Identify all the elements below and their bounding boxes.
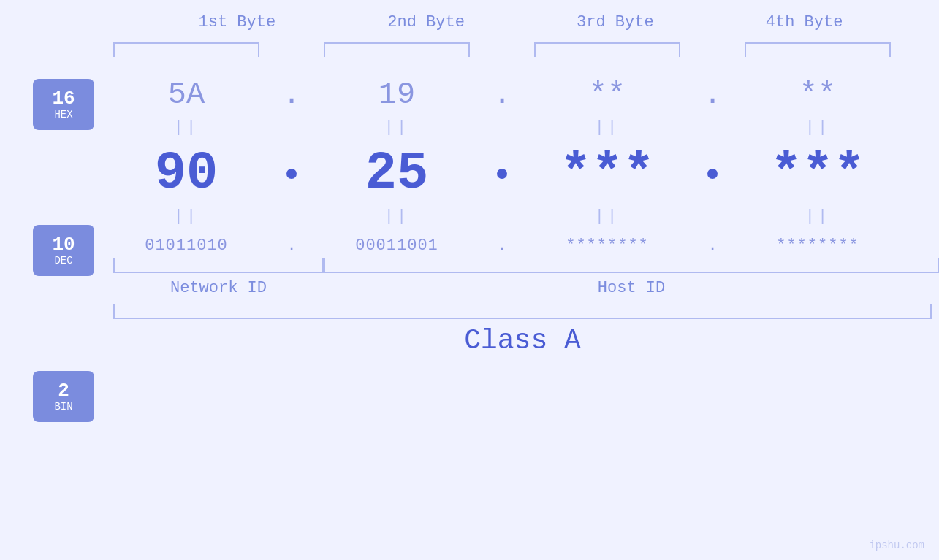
- dec-base-num: 10: [52, 234, 75, 256]
- byte-header-1: 1st Byte: [142, 13, 332, 31]
- byte-header-3: 3rd Byte: [521, 13, 710, 31]
- bin-byte2: 00011001: [324, 237, 470, 255]
- bracket-2: [324, 42, 470, 57]
- data-grid: 5A . 19 . ** . ** || || || || 90: [106, 39, 939, 422]
- bin-byte1: 01011010: [113, 237, 259, 255]
- hex-base-label: HEX: [54, 110, 72, 120]
- hex-badge: 16 HEX: [33, 79, 94, 130]
- class-label-row: Class A: [106, 325, 939, 356]
- dec-base-label: DEC: [54, 256, 72, 266]
- bin-byte4: ********: [745, 237, 891, 255]
- bin-badge: 2 BIN: [33, 371, 94, 422]
- bin-dot-3: .: [680, 237, 745, 255]
- hex-byte3: **: [534, 77, 680, 112]
- byte-header-4: 4th Byte: [710, 13, 899, 31]
- left-labels: 16 HEX 10 DEC 2 BIN: [0, 39, 106, 422]
- equals-4: ||: [745, 118, 891, 137]
- class-label: Class A: [464, 325, 581, 356]
- hex-badge-row: 16 HEX: [33, 79, 94, 130]
- main-container: 1st Byte 2nd Byte 3rd Byte 4th Byte 16 H…: [0, 0, 939, 560]
- equals-6: ||: [324, 207, 470, 226]
- bin-byte3: ********: [534, 237, 680, 255]
- equals-row-1: || || || ||: [113, 118, 939, 137]
- bracket-4: [745, 42, 891, 57]
- host-id-label: Host ID: [324, 279, 939, 297]
- host-bracket: [324, 258, 939, 273]
- equals-3: ||: [534, 118, 680, 137]
- network-id-label: Network ID: [113, 279, 324, 297]
- top-brackets: [113, 42, 939, 57]
- bracket-3: [534, 42, 680, 57]
- equals-2: ||: [324, 118, 470, 137]
- id-labels-row: Network ID Host ID: [113, 279, 939, 297]
- bin-badge-row: 2 BIN: [33, 371, 94, 422]
- hex-dot-1: .: [259, 77, 324, 112]
- class-bracket-row: [113, 304, 932, 319]
- hex-row: 5A . 19 . ** . **: [113, 77, 939, 112]
- bin-dot-1: .: [259, 237, 324, 255]
- dec-dot-3: [680, 147, 745, 200]
- large-dot-3: [707, 169, 718, 179]
- byte-headers-row: 1st Byte 2nd Byte 3rd Byte 4th Byte: [0, 13, 939, 31]
- class-bracket: [113, 304, 932, 319]
- bin-base-num: 2: [58, 380, 69, 402]
- dec-row: 90 25 *** ***: [113, 147, 939, 200]
- dec-byte4: ***: [745, 147, 891, 200]
- equals-8: ||: [745, 207, 891, 226]
- large-dot-1: [286, 169, 297, 179]
- network-bracket: [113, 258, 324, 273]
- dec-badge-row: 10 DEC: [33, 225, 94, 276]
- dec-dot-1: [259, 147, 324, 200]
- bracket-1: [113, 42, 259, 57]
- hex-dot-2: .: [470, 77, 534, 112]
- dec-byte3: ***: [534, 147, 680, 200]
- watermark: ipshu.com: [869, 540, 924, 551]
- hex-base-num: 16: [52, 88, 75, 110]
- large-dot-2: [497, 169, 507, 179]
- hex-byte4: **: [745, 77, 891, 112]
- bottom-brackets: [113, 258, 939, 273]
- equals-7: ||: [534, 207, 680, 226]
- equals-row-2: || || || ||: [113, 207, 939, 226]
- bin-base-label: BIN: [54, 402, 72, 413]
- bin-row: 01011010 . 00011001 . ******** . *******…: [113, 237, 939, 255]
- byte-header-2: 2nd Byte: [332, 13, 521, 31]
- dec-dot-2: [470, 147, 534, 200]
- dec-badge: 10 DEC: [33, 225, 94, 276]
- main-content-area: 16 HEX 10 DEC 2 BIN: [0, 39, 939, 422]
- equals-5: ||: [113, 207, 259, 226]
- bin-dot-2: .: [470, 237, 534, 255]
- hex-byte2: 19: [324, 77, 470, 112]
- equals-1: ||: [113, 118, 259, 137]
- hex-dot-3: .: [680, 77, 745, 112]
- hex-byte1: 5A: [113, 77, 259, 112]
- dec-byte2: 25: [324, 147, 470, 200]
- dec-byte1: 90: [113, 147, 259, 200]
